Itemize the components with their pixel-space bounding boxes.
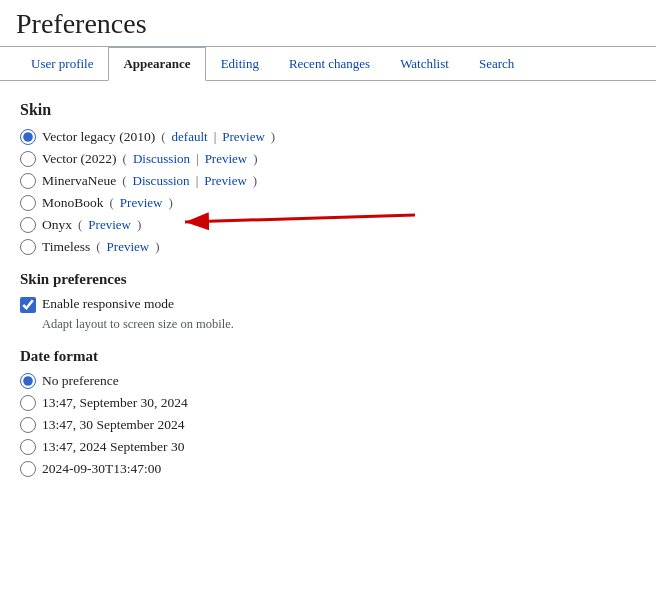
- date-label-3: 13:47, 2024 September 30: [42, 439, 184, 455]
- date-radio-4[interactable]: [20, 461, 36, 477]
- skin-link-discussion-minerva[interactable]: Discussion: [133, 173, 190, 189]
- date-radio-1[interactable]: [20, 395, 36, 411]
- skin-name-vector-2022: Vector (2022): [42, 151, 117, 167]
- skin-item-onyx: Onyx ( Preview ): [20, 217, 636, 233]
- date-item-1: 13:47, September 30, 2024: [20, 395, 636, 411]
- responsive-mode-desc: Adapt layout to screen size on mobile.: [42, 317, 636, 332]
- skin-list: Vector legacy (2010) ( default | Preview…: [20, 129, 636, 255]
- date-label-4: 2024-09-30T13:47:00: [42, 461, 161, 477]
- skin-radio-vector-2022[interactable]: [20, 151, 36, 167]
- tabs-bar: User profile Appearance Editing Recent c…: [0, 47, 656, 81]
- skin-item-vector-2022: Vector (2022) ( Discussion | Preview ): [20, 151, 636, 167]
- skin-item-vector-legacy: Vector legacy (2010) ( default | Preview…: [20, 129, 636, 145]
- skin-radio-minerva[interactable]: [20, 173, 36, 189]
- date-label-no-preference: No preference: [42, 373, 119, 389]
- date-format-list: No preference 13:47, September 30, 2024 …: [20, 373, 636, 477]
- skin-radio-onyx[interactable]: [20, 217, 36, 233]
- date-item-4: 2024-09-30T13:47:00: [20, 461, 636, 477]
- date-format-title: Date format: [20, 348, 636, 365]
- skin-item-minerva: MinervaNeue ( Discussion | Preview ): [20, 173, 636, 189]
- red-arrow-annotation: [175, 207, 425, 243]
- skin-preferences-title: Skin preferences: [20, 271, 636, 288]
- date-radio-2[interactable]: [20, 417, 36, 433]
- skin-link-preview-onyx[interactable]: Preview: [88, 217, 131, 233]
- tab-appearance[interactable]: Appearance: [108, 47, 205, 81]
- skin-link-preview-timeless[interactable]: Preview: [107, 239, 150, 255]
- skin-links-vector-legacy: (: [161, 129, 165, 145]
- skin-link-default-vector-legacy[interactable]: default: [172, 129, 208, 145]
- tab-watchlist[interactable]: Watchlist: [385, 47, 464, 81]
- tab-recent-changes[interactable]: Recent changes: [274, 47, 385, 81]
- tab-editing[interactable]: Editing: [206, 47, 274, 81]
- skin-name-timeless: Timeless: [42, 239, 90, 255]
- page-title: Preferences: [0, 0, 656, 47]
- skin-item-monobook: MonoBook ( Preview ): [20, 195, 636, 211]
- appearance-content: Skin Vector legacy (2010) ( default | Pr…: [0, 81, 656, 499]
- skin-link-preview-vector-legacy[interactable]: Preview: [222, 129, 265, 145]
- date-item-3: 13:47, 2024 September 30: [20, 439, 636, 455]
- date-radio-no-preference[interactable]: [20, 373, 36, 389]
- tab-user-profile[interactable]: User profile: [16, 47, 108, 81]
- skin-name-vector-legacy: Vector legacy (2010): [42, 129, 155, 145]
- tab-search[interactable]: Search: [464, 47, 529, 81]
- date-label-1: 13:47, September 30, 2024: [42, 395, 188, 411]
- skin-radio-vector-legacy[interactable]: [20, 129, 36, 145]
- date-item-2: 13:47, 30 September 2024: [20, 417, 636, 433]
- date-item-no-preference: No preference: [20, 373, 636, 389]
- skin-link-preview-vector-2022[interactable]: Preview: [205, 151, 248, 167]
- responsive-mode-row: Enable responsive mode: [20, 296, 636, 313]
- skin-radio-timeless[interactable]: [20, 239, 36, 255]
- skin-name-monobook: MonoBook: [42, 195, 104, 211]
- date-format-section: Date format No preference 13:47, Septemb…: [20, 348, 636, 477]
- skin-link-preview-minerva[interactable]: Preview: [204, 173, 247, 189]
- skin-item-timeless: Timeless ( Preview ): [20, 239, 636, 255]
- responsive-mode-checkbox[interactable]: [20, 297, 36, 313]
- skin-name-minerva: MinervaNeue: [42, 173, 116, 189]
- skin-link-discussion-vector-2022[interactable]: Discussion: [133, 151, 190, 167]
- skin-radio-monobook[interactable]: [20, 195, 36, 211]
- skin-preferences-section: Skin preferences Enable responsive mode …: [20, 271, 636, 332]
- skin-link-preview-monobook[interactable]: Preview: [120, 195, 163, 211]
- svg-line-1: [185, 215, 415, 222]
- skin-section-title: Skin: [20, 101, 636, 119]
- date-radio-3[interactable]: [20, 439, 36, 455]
- skin-name-onyx: Onyx: [42, 217, 72, 233]
- responsive-mode-label: Enable responsive mode: [42, 296, 174, 312]
- date-label-2: 13:47, 30 September 2024: [42, 417, 184, 433]
